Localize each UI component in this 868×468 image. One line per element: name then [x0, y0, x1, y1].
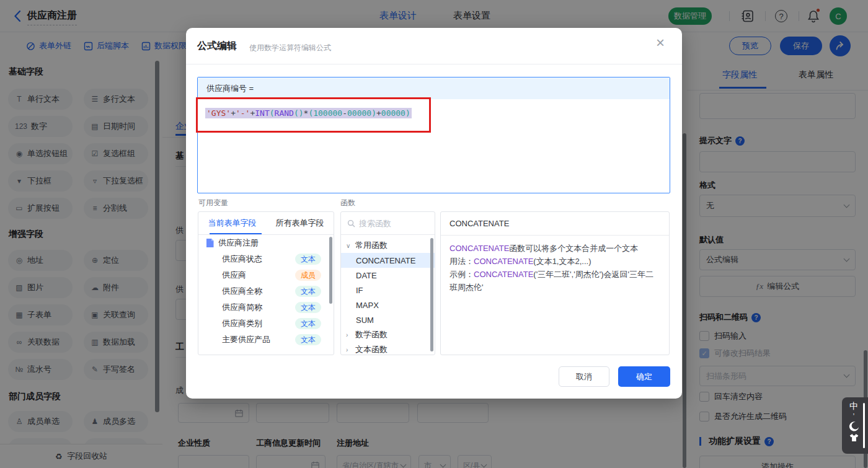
function-search-input[interactable]	[359, 219, 421, 228]
ime-toolbar[interactable]: 中 ʼ	[842, 397, 868, 454]
formula-token: 00000	[381, 108, 405, 118]
variable-field-row[interactable]: 供应商全称 文本	[198, 283, 334, 299]
field-type-badge: 文本	[295, 334, 321, 345]
form-doc-icon	[206, 239, 214, 247]
variables-tabs: 当前表单字段 所有表单字段	[198, 212, 334, 235]
ime-handle[interactable]	[863, 403, 865, 448]
variables-scrollbar[interactable]	[329, 237, 332, 304]
formula-token: 'GYS'	[206, 108, 231, 118]
moon-icon[interactable]	[849, 421, 859, 431]
formula-edit-modal: 公式编辑 使用数学运算符编辑公式 × 供应商编号 = 'GYS'+'-'+INT…	[186, 28, 682, 399]
functions-scrollbar[interactable]	[430, 238, 433, 351]
variable-field-name: 供应商	[222, 270, 246, 281]
function-description-panel: CONCATENATE CONCATENATE函数可以将多个文本合并成一个文本 …	[440, 211, 670, 355]
search-icon	[347, 219, 355, 227]
variable-field-list: 供应商状态 文本 供应商 成员 供应商全称 文本 供应商简称	[198, 251, 334, 348]
functions-label: 函数	[340, 198, 355, 208]
variable-field-row[interactable]: 供应商状态 文本	[198, 251, 334, 267]
formula-token: 100000	[313, 108, 342, 118]
function-description-body: CONCATENATE函数可以将多个文本合并成一个文本 用法：CONCATENA…	[441, 236, 669, 300]
description-line-3: 示例：CONCATENATE('三年二班','周杰伦')会返回'三年二班周杰伦'	[450, 268, 660, 294]
variable-field-name: 供应商全称	[222, 286, 262, 297]
modal-subtitle: 使用数学运算符编辑公式	[249, 43, 331, 53]
formula-token: -	[342, 108, 347, 118]
function-group-math[interactable]: › 数学函数	[341, 327, 435, 342]
cancel-button[interactable]: 取消	[559, 366, 609, 387]
ime-punctuation-icon[interactable]: ʼ	[853, 413, 854, 419]
formula-editor[interactable]: 供应商编号 = 'GYS'+'-'+INT(RAND()*(100000-000…	[197, 77, 670, 193]
field-type-badge: 文本	[295, 286, 321, 297]
field-type-badge: 文本	[295, 302, 321, 313]
chevron-right-icon: ›	[346, 332, 352, 338]
function-item[interactable]: SUM	[341, 312, 435, 327]
formula-token: INT	[255, 108, 269, 118]
function-item-selected[interactable]: CONCATENATE	[341, 253, 435, 268]
field-type-badge: 文本	[295, 254, 321, 265]
formula-token: (	[270, 108, 275, 118]
ime-language-indicator[interactable]: 中	[849, 401, 858, 411]
formula-token: '-'	[236, 108, 250, 118]
variable-field-name: 供应商状态	[222, 254, 262, 265]
functions-panel: ∨ 常用函数 CONCATENATE DATEIFMAPXSUM › 数学函数 …	[340, 211, 435, 355]
function-item-list: DATEIFMAPXSUM	[341, 268, 435, 327]
function-group-text[interactable]: › 文本函数	[341, 342, 435, 355]
formula-token: RAND	[275, 108, 294, 118]
modal-title: 公式编辑	[197, 40, 237, 53]
ime-icons: 中 ʼ	[847, 401, 861, 442]
field-type-badge: 成员	[295, 270, 321, 281]
variable-field-row[interactable]: 主要供应产品 文本	[198, 332, 334, 348]
function-item[interactable]: IF	[341, 283, 435, 298]
function-search[interactable]	[341, 212, 435, 235]
formula-token: +	[231, 108, 236, 118]
variable-field-name: 主要供应产品	[222, 334, 270, 345]
formula-token: 00000	[347, 108, 371, 118]
function-item[interactable]: MAPX	[341, 298, 435, 312]
variables-label: 可用变量	[198, 198, 228, 208]
formula-token: +	[376, 108, 381, 118]
variables-panel: 当前表单字段 所有表单字段 供应商注册 供应商状态 文本 供应商	[198, 211, 334, 355]
formula-token: )	[371, 108, 376, 118]
formula-expression[interactable]: 'GYS'+'-'+INT(RAND()*(100000-00000)+0000…	[205, 108, 412, 118]
description-line-1: CONCATENATE函数可以将多个文本合并成一个文本	[450, 242, 660, 255]
variable-field-row[interactable]: 供应商简称 文本	[198, 299, 334, 316]
variable-field-row[interactable]: 供应商类别 文本	[198, 316, 334, 332]
field-type-badge: 文本	[295, 318, 321, 329]
tab-current-form-fields[interactable]: 当前表单字段	[198, 212, 266, 234]
shirt-skin-icon[interactable]	[849, 433, 859, 442]
variable-field-row[interactable]: 供应商 成员	[198, 267, 334, 283]
formula-token: )	[405, 108, 410, 118]
formula-selection: 'GYS'+'-'+INT(RAND()*(100000-00000)+0000…	[205, 108, 412, 118]
function-group-common[interactable]: ∨ 常用函数	[341, 238, 435, 253]
formula-target-field: 供应商编号 =	[198, 77, 670, 99]
close-icon[interactable]: ×	[656, 34, 665, 51]
form-tree-root[interactable]: 供应商注册	[198, 235, 334, 251]
divider	[186, 64, 682, 64]
variable-field-name: 供应商简称	[222, 302, 262, 313]
tab-all-form-fields[interactable]: 所有表单字段	[266, 212, 334, 234]
chevron-down-icon: ∨	[346, 242, 352, 249]
chevron-right-icon: ›	[346, 347, 352, 353]
formula-token: )	[299, 108, 304, 118]
tab-indicator	[210, 233, 262, 234]
confirm-button[interactable]: 确定	[618, 366, 670, 387]
variable-field-name: 供应商类别	[222, 318, 262, 329]
function-item[interactable]: DATE	[341, 268, 435, 283]
description-line-2: 用法：CONCATENATE(文本1,文本2,...)	[450, 255, 660, 268]
app-root: 供应商注册 表单设计 表单设置 数据管理 ? C 表单外链 后端脚本 数据权限 …	[0, 0, 868, 468]
formula-token: (	[294, 108, 299, 118]
function-description-header: CONCATENATE	[441, 212, 669, 236]
